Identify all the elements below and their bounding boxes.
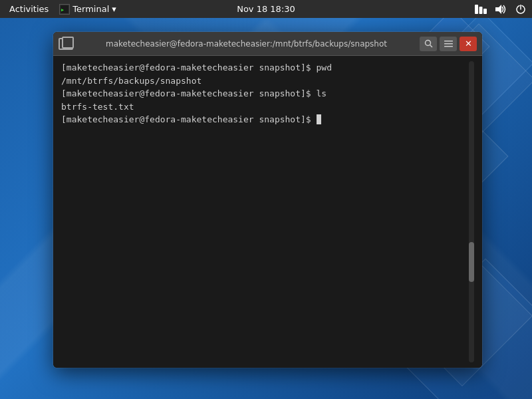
power-icon[interactable] — [515, 3, 527, 15]
topbar-right — [475, 3, 527, 15]
network-icon[interactable] — [475, 3, 487, 15]
svg-rect-10 — [444, 43, 453, 45]
terminal-body[interactable]: [maketecheasier@fedora-maketecheasier sn… — [53, 56, 482, 368]
svg-marker-5 — [495, 5, 501, 14]
terminal-dropdown-icon: ▾ — [112, 4, 116, 14]
terminal-app-icon: ▶ — [59, 4, 70, 15]
terminal-scrollbar[interactable] — [469, 61, 474, 362]
terminal-line-4: btrfs-test.txt — [61, 100, 466, 114]
svg-rect-2 — [475, 5, 478, 14]
svg-line-8 — [430, 45, 432, 48]
terminal-content: [maketecheasier@fedora-maketecheasier sn… — [61, 61, 466, 362]
svg-rect-11 — [444, 46, 453, 47]
topbar: Activities ▶ Terminal ▾ Nov 18 18:30 — [0, 0, 532, 18]
terminal-titlebar-left — [59, 38, 73, 50]
terminal-app-label: Terminal — [72, 4, 109, 14]
svg-rect-9 — [444, 41, 453, 42]
topbar-left: Activities ▶ Terminal ▾ — [5, 3, 116, 15]
svg-rect-3 — [479, 7, 483, 14]
terminal-line-2: /mnt/btrfs/backups/snapshot — [61, 74, 466, 88]
volume-icon[interactable] — [495, 3, 507, 15]
topbar-datetime: Nov 18 18:30 — [237, 4, 295, 14]
terminal-menu-button[interactable] — [440, 37, 457, 51]
svg-rect-4 — [483, 9, 487, 14]
terminal-window: maketecheasier@fedora-maketecheasier:/mn… — [53, 32, 482, 368]
terminal-scrollbar-thumb[interactable] — [469, 242, 474, 282]
terminal-line-3: [maketecheasier@fedora-maketecheasier sn… — [61, 87, 466, 100]
terminal-line-5: [maketecheasier@fedora-maketecheasier sn… — [61, 113, 466, 126]
svg-point-7 — [425, 41, 430, 46]
terminal-title: maketecheasier@fedora-maketecheasier:/mn… — [73, 39, 420, 49]
activities-button[interactable]: Activities — [5, 3, 53, 15]
terminal-line-1: [maketecheasier@fedora-maketecheasier sn… — [61, 61, 466, 74]
terminal-titlebar: maketecheasier@fedora-maketecheasier:/mn… — [53, 32, 482, 56]
terminal-restore-icon[interactable] — [59, 38, 73, 50]
terminal-search-button[interactable] — [420, 37, 437, 51]
terminal-titlebar-right: ✕ — [420, 37, 477, 51]
terminal-app-button[interactable]: ▶ Terminal ▾ — [59, 4, 116, 15]
terminal-close-button[interactable]: ✕ — [460, 37, 477, 51]
